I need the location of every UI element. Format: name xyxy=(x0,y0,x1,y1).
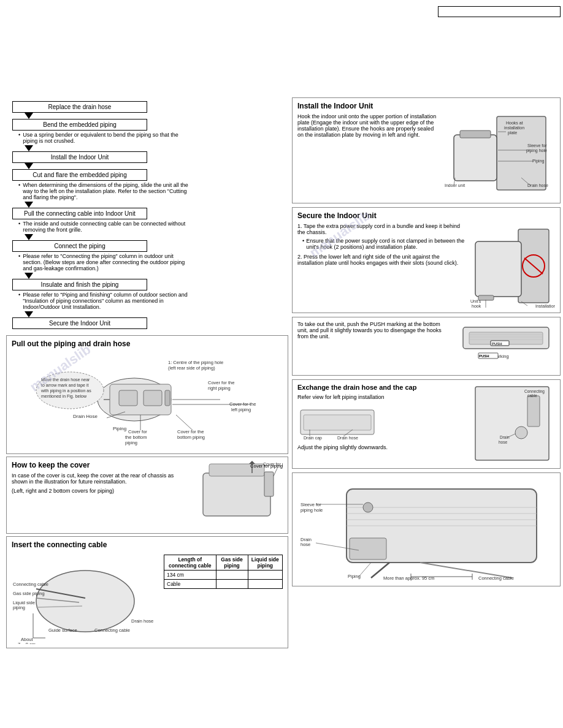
svg-text:Drain cap: Drain cap xyxy=(304,436,322,441)
left-column: Replace the drain hose Bend the embedded… xyxy=(6,97,288,722)
exchange-adjust: Adjust the piping slightly downwards. xyxy=(297,444,465,450)
top-bar xyxy=(6,6,561,91)
cable-table-row1-col1: 134 cm xyxy=(164,570,216,579)
exchange-diagram-col: Connecting cable Drain hose xyxy=(469,384,555,464)
svg-point-108 xyxy=(363,502,373,512)
bottom-right-diagram: Sleeve for piping hole Drain hose Piping… xyxy=(297,477,555,581)
bullet-cut: When determining the dimensions of the p… xyxy=(18,182,190,200)
step-pull-cable: Pull the connecting cable into Indoor Un… xyxy=(12,208,147,219)
step-insulate: Insulate and finish the piping xyxy=(12,279,147,290)
keep-cover-section: How to keep the cover In case of the cov… xyxy=(6,457,288,534)
secure-indoor-section: manualslib Secure the Indoor Unit 1. Tap… xyxy=(292,207,561,313)
exchange-title: Exchange the drain hose and the cap xyxy=(297,384,465,391)
secure-indoor-content: 1. Tape the extra power supply cord in a… xyxy=(297,223,555,309)
flow-steps: Replace the drain hose Bend the embedded… xyxy=(6,97,288,333)
svg-text:Cover for the: Cover for the xyxy=(177,429,204,434)
cable-table-header-1: Length of connecting cable xyxy=(164,555,216,570)
keep-cover-text: How to keep the cover In case of the cov… xyxy=(12,461,186,529)
svg-text:right piping: right piping xyxy=(208,385,231,391)
svg-line-123 xyxy=(359,563,371,577)
cover-for-piping-label: Cover for piping xyxy=(250,463,283,469)
svg-text:piping hole: piping hole xyxy=(526,148,547,153)
svg-line-26 xyxy=(176,415,193,430)
svg-text:Piping: Piping xyxy=(348,574,361,579)
insert-cable-table-wrap: Length of connecting cable Gas side pipi… xyxy=(164,552,283,644)
svg-point-96 xyxy=(515,427,527,439)
keep-cover-diagram: Cover for piping xyxy=(191,461,283,528)
svg-rect-23 xyxy=(165,390,170,406)
cable-table-header-3: Liquid side piping xyxy=(248,555,282,570)
svg-rect-29 xyxy=(203,473,270,516)
step-bend-piping: Bend the embedded piping xyxy=(12,119,147,131)
keep-cover-note: (Left, right and 2 bottom covers for pip… xyxy=(12,488,186,494)
cable-table-row1-col2 xyxy=(216,570,248,579)
svg-text:More than approx. 95 cm: More than approx. 95 cm xyxy=(383,575,434,581)
secure-step1: 1. Tape the extra power supply cord in a… xyxy=(297,223,465,235)
keep-cover-diagram-wrap: Cover for piping Cover for piping xyxy=(191,461,283,529)
arrow-4 xyxy=(25,202,33,208)
svg-rect-31 xyxy=(264,472,274,496)
svg-text:Cover for the: Cover for the xyxy=(208,380,234,385)
insert-cable-title: Insert the connecting cable xyxy=(12,540,283,549)
cable-table-row2-col2 xyxy=(216,579,248,588)
install-indoor-diagram: Hooks at installation plate Sleeve for p… xyxy=(442,113,555,199)
svg-text:hose: hose xyxy=(499,440,507,444)
exchange-refer: Refer view for left piping installation xyxy=(297,394,465,400)
svg-rect-107 xyxy=(350,538,386,559)
svg-text:1: Centre of the piping hole: 1: Centre of the piping hole xyxy=(168,360,223,365)
bullet-connect: Please refer to "Connecting the piping" … xyxy=(18,253,190,271)
svg-text:installation: installation xyxy=(504,126,524,130)
bottom-right-section: Sleeve for piping hole Drain hose Piping… xyxy=(292,472,561,586)
svg-text:Connecting cable: Connecting cable xyxy=(13,582,48,587)
svg-text:to arrow mark and tape it: to arrow mark and tape it xyxy=(41,383,88,388)
install-indoor-content: Hook the indoor unit onto the upper port… xyxy=(297,113,555,199)
keep-cover-body: In case of the cover is cut, keep the co… xyxy=(12,472,186,485)
install-indoor-title: Install the Indoor Unit xyxy=(297,102,555,110)
svg-text:Drain Hose: Drain Hose xyxy=(73,414,98,419)
svg-text:(left rear side of piping): (left rear side of piping) xyxy=(168,365,215,371)
svg-text:plate: plate xyxy=(508,131,517,135)
arrow-6 xyxy=(25,273,33,279)
svg-text:Connecting cable: Connecting cable xyxy=(478,575,514,581)
step-connect-piping: Connect the piping xyxy=(12,240,147,252)
top-bar-box xyxy=(438,6,561,17)
install-indoor-body: Hook the indoor unit onto the upper port… xyxy=(297,113,437,199)
svg-rect-68 xyxy=(475,241,521,297)
pullout-section: manualslib Pull out the piping and drain… xyxy=(6,335,288,454)
svg-text:piping: piping xyxy=(125,440,137,446)
arrow-1 xyxy=(25,113,33,119)
secure-indoor-diagram: Unit's hook Installation plate xyxy=(469,223,555,309)
pullout-title: Pull out the piping and drain hose xyxy=(12,339,283,348)
svg-text:PUSH: PUSH xyxy=(492,342,502,346)
svg-rect-95 xyxy=(527,396,540,427)
cable-table-row2-col1: Cable xyxy=(164,579,216,588)
cable-table-row1-col3 xyxy=(248,570,282,579)
svg-text:cable: cable xyxy=(527,393,537,398)
step-replace-drain: Replace the drain hose xyxy=(12,101,147,113)
svg-text:Drain hose: Drain hose xyxy=(337,436,358,440)
keep-cover-title: How to keep the cover xyxy=(12,461,186,469)
arrow-2 xyxy=(25,145,33,151)
svg-text:Gas side piping: Gas side piping xyxy=(13,591,45,596)
cable-table-row2-col3 xyxy=(248,579,282,588)
arrow-7 xyxy=(25,311,33,317)
svg-text:piping: piping xyxy=(13,605,25,610)
svg-text:Cover for the: Cover for the xyxy=(229,401,256,407)
exchange-section: Exchange the drain hose and the cap Refe… xyxy=(292,379,561,469)
bullet-bend: Use a spring bender or equivalent to ben… xyxy=(18,132,190,144)
pullout-diagram: Move the drain hose near to arrow mark a… xyxy=(12,351,275,449)
svg-text:with piping in a position as: with piping in a position as xyxy=(40,389,91,393)
exchange-main-diagram: Connecting cable Drain hose xyxy=(469,384,555,463)
bullet-insulate: Please refer to "Piping and finishing" c… xyxy=(18,292,190,310)
svg-rect-22 xyxy=(144,390,162,406)
svg-text:PUSH: PUSH xyxy=(479,354,489,358)
insert-cable-content: Connecting cable Gas side piping Liquid … xyxy=(12,552,283,644)
svg-text:Indoor unit: Indoor unit xyxy=(445,183,465,188)
install-indoor-section: Install the Indoor Unit Hook the indoor … xyxy=(292,97,561,203)
insert-cable-diagram: Connecting cable Gas side piping Liquid … xyxy=(12,552,159,644)
secure-step2: 2. Press the lower left and right side o… xyxy=(297,254,465,266)
arrow-3 xyxy=(25,163,33,169)
svg-rect-53 xyxy=(460,131,491,138)
svg-text:hose: hose xyxy=(301,542,310,547)
page: Replace the drain hose Bend the embedded… xyxy=(0,0,563,728)
